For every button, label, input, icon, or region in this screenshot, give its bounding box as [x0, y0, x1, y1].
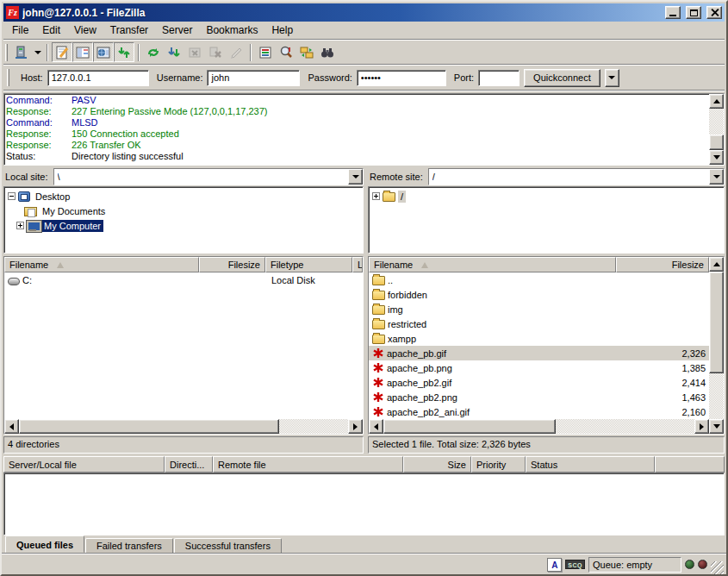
toggle-remote-tree-button[interactable]	[93, 42, 114, 62]
file-row[interactable]: apache_pb.png 1,385	[369, 360, 709, 375]
maximize-button[interactable]	[686, 6, 701, 19]
encryption-indicator-icon[interactable]: SCQ	[565, 560, 585, 569]
chevron-down-icon	[34, 51, 41, 54]
scroll-right-button[interactable]	[694, 419, 709, 434]
menu-server[interactable]: Server	[155, 22, 199, 38]
file-row[interactable]: img	[369, 302, 709, 316]
site-manager-dropdown-button[interactable]	[32, 42, 43, 62]
tab-failed-transfers[interactable]: Failed transfers	[85, 538, 173, 553]
menu-file[interactable]: File	[5, 22, 35, 38]
queue-header: Server/Local file Directi... Remote file…	[3, 456, 725, 473]
local-site-input[interactable]	[54, 169, 348, 185]
expand-icon[interactable]	[16, 222, 24, 229]
log-line: Command:PASV	[6, 95, 707, 106]
remote-site-combo[interactable]	[428, 168, 725, 185]
toggle-message-log-button[interactable]	[52, 42, 72, 62]
tree-item-desktop[interactable]: Desktop	[8, 189, 363, 203]
reconnect-button[interactable]	[226, 42, 246, 62]
toggle-local-tree-button[interactable]	[72, 42, 93, 62]
remote-site-dropdown-button[interactable]	[709, 169, 724, 185]
local-site-combo[interactable]	[53, 168, 364, 185]
column-status[interactable]: Status	[526, 456, 655, 473]
cancel-operation-button[interactable]	[184, 42, 205, 62]
local-horizontal-scrollbar[interactable]	[4, 419, 363, 434]
minimize-button[interactable]	[665, 6, 681, 19]
scroll-left-button[interactable]	[369, 419, 383, 434]
scroll-thumb[interactable]	[709, 272, 724, 373]
column-filename[interactable]: Filename	[4, 257, 199, 272]
column-filetype[interactable]: Filetype	[265, 257, 352, 272]
port-input[interactable]	[478, 70, 520, 86]
quickconnect-dropdown-button[interactable]	[605, 69, 619, 87]
tree-item-my-computer[interactable]: My Computer	[8, 218, 363, 233]
quickconnect-button[interactable]: Quickconnect	[524, 69, 600, 87]
column-priority[interactable]: Priority	[471, 456, 526, 473]
drive-icon	[8, 278, 20, 285]
filter-button[interactable]	[255, 42, 276, 62]
password-input[interactable]	[357, 70, 446, 86]
collapse-icon[interactable]	[8, 192, 16, 200]
column-filesize[interactable]: Filesize	[616, 257, 709, 272]
host-input[interactable]	[47, 70, 149, 86]
scroll-up-button[interactable]	[709, 257, 724, 272]
column-server-local-file[interactable]: Server/Local file	[3, 456, 165, 473]
tree-item-my-documents[interactable]: My Documents	[8, 203, 363, 218]
find-files-button[interactable]	[317, 42, 338, 62]
synchronized-browsing-button[interactable]	[296, 42, 317, 62]
menu-transfer[interactable]: Transfer	[103, 22, 155, 38]
file-row[interactable]: xampp	[369, 331, 709, 346]
remote-site-input[interactable]	[429, 169, 709, 185]
toggle-transfer-queue-button[interactable]	[114, 42, 134, 62]
scroll-thumb[interactable]	[709, 135, 724, 150]
disconnect-button[interactable]	[205, 42, 226, 62]
column-size[interactable]: Size	[403, 456, 471, 473]
remote-vertical-scrollbar[interactable]	[709, 257, 724, 434]
message-log-scrollbar[interactable]	[709, 94, 724, 165]
file-row-c-drive[interactable]: C: Local Disk	[4, 272, 363, 287]
tab-queued-files[interactable]: Queued files	[5, 535, 84, 553]
toolbar-gripper[interactable]	[5, 44, 8, 61]
scroll-down-button[interactable]	[709, 419, 724, 434]
separator	[250, 44, 252, 61]
quickconnect-gripper[interactable]	[7, 69, 9, 86]
file-row[interactable]: apache_pb2.png 1,463	[369, 390, 709, 404]
column-filename[interactable]: Filename	[369, 257, 616, 272]
tab-successful-transfers[interactable]: Successful transfers	[174, 538, 282, 553]
process-queue-button[interactable]	[164, 42, 184, 62]
column-remote-file[interactable]: Remote file	[213, 456, 403, 473]
local-site-dropdown-button[interactable]	[348, 169, 363, 185]
separator	[138, 44, 140, 61]
directory-comparison-button[interactable]	[276, 42, 296, 62]
menu-edit[interactable]: Edit	[35, 22, 67, 38]
scroll-right-button[interactable]	[348, 419, 363, 434]
scroll-up-button[interactable]	[709, 94, 724, 109]
menu-help[interactable]: Help	[264, 22, 300, 38]
file-row[interactable]: restricted	[369, 316, 709, 331]
close-button[interactable]	[706, 6, 722, 19]
file-row[interactable]: apache_pb2_ani.gif 2,160	[369, 404, 709, 419]
refresh-button[interactable]	[143, 42, 164, 62]
queue-list[interactable]	[3, 473, 725, 535]
username-input[interactable]	[207, 70, 300, 86]
site-manager-button[interactable]	[11, 42, 32, 62]
menu-bookmarks[interactable]: Bookmarks	[199, 22, 264, 38]
file-row[interactable]: apache_pb.gif 2,326	[369, 346, 709, 360]
remote-horizontal-scrollbar[interactable]	[369, 419, 709, 434]
column-last-modified[interactable]: L	[352, 257, 363, 272]
expand-icon[interactable]	[372, 192, 380, 200]
transfer-type-icon[interactable]: A	[547, 558, 562, 572]
local-tree-icon	[76, 46, 90, 59]
scroll-left-button[interactable]	[4, 419, 19, 434]
file-row[interactable]: ..	[369, 272, 709, 287]
column-filesize[interactable]: Filesize	[199, 257, 265, 272]
tree-item-root[interactable]: /	[372, 189, 724, 203]
scroll-thumb[interactable]	[19, 419, 279, 434]
scroll-thumb[interactable]	[383, 419, 556, 434]
resize-grip[interactable]	[711, 561, 724, 574]
file-row[interactable]: forbidden	[369, 287, 709, 302]
column-direction[interactable]: Directi...	[165, 456, 213, 473]
file-row[interactable]: apache_pb2.gif 2,414	[369, 375, 709, 390]
menu-view[interactable]: View	[67, 22, 103, 38]
scroll-down-button[interactable]	[709, 150, 724, 165]
separator	[47, 44, 48, 61]
